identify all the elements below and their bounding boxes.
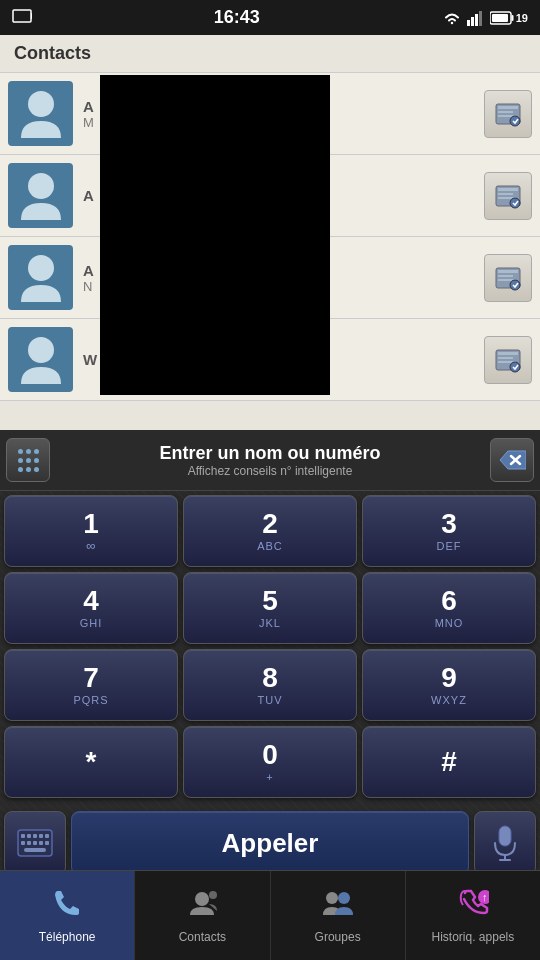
contact-action-button[interactable] (484, 90, 532, 138)
contact-action-button[interactable] (484, 336, 532, 384)
svg-rect-0 (13, 10, 31, 22)
svg-point-14 (510, 116, 520, 126)
svg-point-9 (28, 91, 54, 117)
avatar (8, 163, 73, 228)
keyboard-button[interactable] (4, 811, 66, 875)
svg-rect-38 (27, 834, 31, 838)
svg-rect-30 (498, 357, 513, 359)
avatar (8, 327, 73, 392)
svg-rect-7 (511, 15, 513, 21)
svg-rect-37 (21, 834, 25, 838)
contact-action-button[interactable] (484, 172, 532, 220)
svg-marker-33 (500, 451, 526, 469)
svg-point-20 (510, 198, 520, 208)
nav-label-telephone: Téléphone (39, 930, 96, 944)
svg-point-21 (28, 255, 54, 281)
key-6[interactable]: 6 MNO (362, 572, 536, 644)
svg-point-52 (209, 891, 217, 899)
key-1[interactable]: 1 ∞ (4, 495, 178, 567)
status-left-icon (12, 7, 32, 29)
keypad-row-3: 7 PQRS 8 TUV 9 WXYZ (4, 649, 536, 721)
nav-label-history: Historiq. appels (432, 930, 515, 944)
call-button[interactable]: Appeler (71, 811, 469, 875)
svg-rect-23 (498, 270, 518, 273)
status-bar: 16:43 19 (0, 0, 540, 35)
key-9[interactable]: 9 WXYZ (362, 649, 536, 721)
keypad-row-4: * 0 + # (4, 726, 536, 798)
svg-rect-8 (492, 14, 508, 22)
svg-rect-42 (21, 841, 25, 845)
phone-icon (51, 887, 83, 926)
bottom-nav: Téléphone Contacts Groupes (0, 870, 540, 960)
time-display: 16:43 (214, 7, 260, 28)
svg-point-26 (510, 280, 520, 290)
svg-point-32 (510, 362, 520, 372)
avatar (8, 245, 73, 310)
key-3[interactable]: 3 DEF (362, 495, 536, 567)
groups-icon (322, 887, 354, 926)
menu-button[interactable] (6, 438, 50, 482)
svg-rect-41 (45, 834, 49, 838)
svg-point-53 (326, 892, 338, 904)
svg-rect-39 (33, 834, 37, 838)
status-right-icons: 19 (442, 10, 528, 26)
nav-item-contacts[interactable]: Contacts (135, 871, 270, 960)
svg-rect-1 (31, 13, 32, 19)
microphone-button[interactable] (474, 811, 536, 875)
keypad-row-1: 1 ∞ 2 ABC 3 DEF (4, 495, 536, 567)
svg-rect-43 (27, 841, 31, 845)
battery-text: 19 (516, 12, 528, 24)
key-hash[interactable]: # (362, 726, 536, 798)
svg-point-51 (195, 892, 209, 906)
svg-text:↑: ↑ (482, 891, 488, 903)
dialer-input-display[interactable]: Entrer un nom ou numéro Affichez conseil… (54, 443, 486, 478)
svg-rect-47 (24, 848, 46, 852)
contacts-area: Contacts A M A A N (0, 35, 540, 430)
history-icon: ↑ (457, 887, 489, 926)
key-5[interactable]: 5 JKL (183, 572, 357, 644)
svg-rect-4 (475, 14, 478, 26)
dialer-sub-text: Affichez conseils n° intelligente (54, 464, 486, 478)
nav-item-history[interactable]: ↑ Historiq. appels (406, 871, 540, 960)
nav-label-contacts: Contacts (179, 930, 226, 944)
svg-rect-18 (498, 193, 513, 195)
contacts-header: Contacts (0, 35, 540, 73)
svg-rect-12 (498, 111, 513, 113)
svg-point-54 (338, 892, 350, 904)
key-8[interactable]: 8 TUV (183, 649, 357, 721)
nav-item-telephone[interactable]: Téléphone (0, 871, 135, 960)
call-label: Appeler (222, 828, 319, 859)
key-7[interactable]: 7 PQRS (4, 649, 178, 721)
keypad-row-2: 4 GHI 5 JKL 6 MNO (4, 572, 536, 644)
svg-rect-48 (499, 826, 511, 846)
black-overlay (100, 75, 330, 395)
svg-rect-46 (45, 841, 49, 845)
svg-rect-40 (39, 834, 43, 838)
key-0[interactable]: 0 + (183, 726, 357, 798)
svg-rect-3 (471, 17, 474, 26)
action-row: Appeler (0, 807, 540, 879)
avatar (8, 81, 73, 146)
nav-item-groups[interactable]: Groupes (271, 871, 406, 960)
keypad: 1 ∞ 2 ABC 3 DEF 4 GHI 5 JKL 6 MN (0, 491, 540, 807)
svg-rect-17 (498, 188, 518, 191)
key-star[interactable]: * (4, 726, 178, 798)
svg-rect-44 (33, 841, 37, 845)
svg-rect-11 (498, 106, 518, 109)
key-4[interactable]: 4 GHI (4, 572, 178, 644)
svg-rect-29 (498, 352, 518, 355)
contacts-icon (186, 887, 218, 926)
nav-label-groups: Groupes (315, 930, 361, 944)
dialer-input-row: Entrer un nom ou numéro Affichez conseil… (0, 430, 540, 491)
svg-rect-2 (467, 20, 470, 26)
svg-point-27 (28, 337, 54, 363)
dialer-main-text: Entrer un nom ou numéro (54, 443, 486, 464)
svg-rect-24 (498, 275, 513, 277)
key-2[interactable]: 2 ABC (183, 495, 357, 567)
svg-rect-5 (479, 11, 482, 26)
backspace-button[interactable] (490, 438, 534, 482)
svg-point-15 (28, 173, 54, 199)
svg-rect-45 (39, 841, 43, 845)
contact-action-button[interactable] (484, 254, 532, 302)
